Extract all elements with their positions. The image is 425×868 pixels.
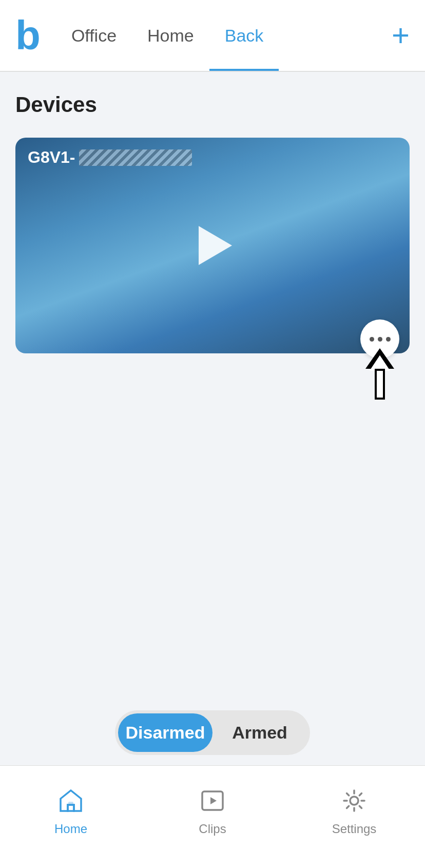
- disarmed-option[interactable]: Disarmed: [118, 713, 212, 752]
- home-icon: [57, 787, 84, 818]
- svg-point-3: [350, 797, 358, 805]
- svg-rect-0: [68, 805, 74, 811]
- camera-card[interactable]: G8V1-: [15, 138, 410, 353]
- tab-office[interactable]: Office: [56, 0, 132, 71]
- svg-rect-1: [68, 802, 73, 805]
- clips-nav-label: Clips: [199, 822, 226, 836]
- camera-id-redacted: [79, 149, 192, 166]
- settings-nav-label: Settings: [332, 822, 377, 836]
- add-button[interactable]: +: [392, 20, 410, 51]
- main-content: Devices G8V1-: [0, 72, 425, 755]
- app-header: b Office Home Back +: [0, 0, 425, 72]
- nav-tabs: Office Home Back: [56, 0, 392, 71]
- nav-item-clips[interactable]: Clips: [142, 787, 283, 836]
- app-logo: b: [15, 15, 41, 56]
- status-toggle: Disarmed Armed: [115, 710, 310, 755]
- arrow-shaft: [375, 369, 385, 400]
- clips-icon: [199, 787, 226, 818]
- armed-option[interactable]: Armed: [212, 713, 307, 752]
- camera-thumbnail[interactable]: G8V1-: [15, 138, 410, 353]
- settings-icon: [341, 787, 368, 818]
- tab-home[interactable]: Home: [132, 0, 209, 71]
- tab-back[interactable]: Back: [209, 0, 279, 71]
- bottom-navigation: Home Clips Settings: [0, 765, 425, 868]
- play-button[interactable]: [192, 225, 233, 266]
- nav-item-home[interactable]: Home: [0, 787, 142, 836]
- camera-label: G8V1-: [28, 148, 192, 167]
- devices-section-title: Devices: [15, 92, 410, 117]
- play-icon: [199, 226, 232, 265]
- home-nav-label: Home: [54, 822, 87, 836]
- nav-item-settings[interactable]: Settings: [283, 787, 425, 836]
- cursor-arrow: [364, 348, 395, 400]
- arrow-head: [365, 348, 394, 369]
- more-dots-icon: [370, 337, 391, 342]
